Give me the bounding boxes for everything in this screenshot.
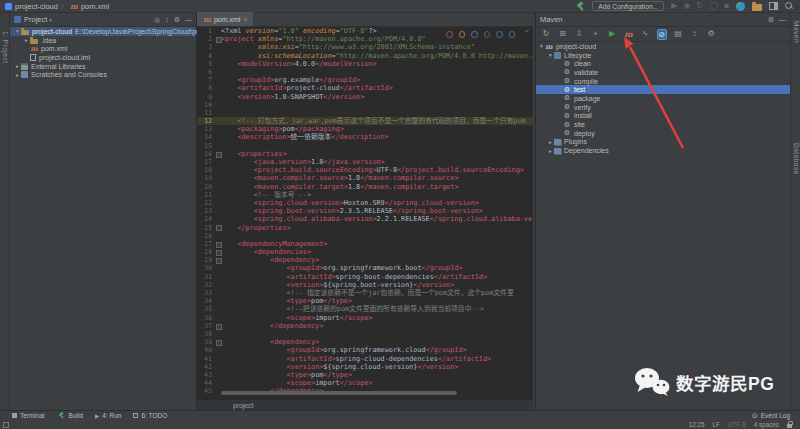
download-sources-icon[interactable]: ⇩ xyxy=(574,29,584,39)
maven-item-compile[interactable]: compile xyxy=(536,77,790,86)
code-line: 6 xyxy=(197,68,533,76)
toolwindow-button-project[interactable]: 1: Project xyxy=(2,31,9,63)
toggle-offline-icon[interactable]: ϟ xyxy=(640,29,650,39)
project-item-external-libraries[interactable]: ▸External Libraries xyxy=(10,62,196,71)
breadcrumb[interactable]: project-cloud 〉 m pom.xml xyxy=(0,2,109,11)
gear-icon[interactable]: ⚙ xyxy=(768,16,774,24)
left-toolwindow-stripe: 1: Project xyxy=(0,13,10,410)
project-item--idea[interactable]: ▸.idea xyxy=(10,36,196,45)
goal-icon xyxy=(563,94,571,102)
project-item-scratches-and-consoles[interactable]: ▸Scratches and Consoles xyxy=(10,70,196,79)
editor-tab-pom[interactable]: m pom.xml × xyxy=(197,12,253,26)
stop-disabled-icon[interactable]: ■ xyxy=(724,0,729,12)
window-layout-icon[interactable] xyxy=(769,2,778,10)
maven-item-deploy[interactable]: deploy xyxy=(536,129,790,138)
file-encoding[interactable]: UTF-8 xyxy=(728,421,746,428)
toolwindow-button-maven[interactable]: Maven xyxy=(793,21,800,43)
maven-item-package[interactable]: package xyxy=(536,94,790,103)
indent-setting[interactable]: 4 spaces xyxy=(754,421,779,428)
locate-file-icon[interactable]: ◎ xyxy=(154,16,160,24)
event-log-button[interactable]: ⊙ Event Log xyxy=(752,412,800,420)
add-configuration-button[interactable]: Add Configuration... xyxy=(592,1,664,11)
maven-root-icon xyxy=(545,42,553,50)
toolwindow-button-build[interactable]: Build xyxy=(57,411,83,420)
maven-item-clean[interactable]: clean xyxy=(536,59,790,68)
skip-tests-icon[interactable]: ⊘ xyxy=(657,29,667,40)
goal-icon xyxy=(563,112,571,120)
tree-arrow-icon[interactable]: ▸ xyxy=(23,37,30,43)
chevron-down-icon[interactable]: ▾ xyxy=(49,17,52,23)
breadcrumb-project[interactable]: project-cloud xyxy=(15,2,58,11)
project-item-pom-xml[interactable]: pom.xml xyxy=(10,44,196,53)
project-structure-icon[interactable] xyxy=(752,4,762,11)
editor-breadcrumb[interactable]: project xyxy=(197,399,533,410)
maven-item-test[interactable]: test xyxy=(536,85,790,94)
search-everywhere-icon[interactable] xyxy=(785,2,794,11)
tree-label: Scratches and Consoles xyxy=(31,71,107,78)
maven-item-lifecycle[interactable]: ▾Lifecycle xyxy=(536,51,790,60)
run-disabled-icon[interactable]: ▶ xyxy=(671,0,677,12)
collapse-all-icon[interactable]: ↕ xyxy=(165,16,169,24)
project-item-project-cloud[interactable]: ▾project-cloudE:\Develop\Java\Project\Sp… xyxy=(10,27,196,36)
profile-disabled-icon[interactable]: ◯ xyxy=(709,0,718,12)
hide-panel-icon[interactable]: — xyxy=(185,16,192,24)
maven-file-icon: m xyxy=(203,15,211,24)
tree-label: project-cloud.iml xyxy=(39,54,90,61)
hide-panel-icon[interactable]: — xyxy=(779,16,786,24)
breadcrumb-separator: 〉 xyxy=(61,2,67,11)
project-item-project-cloud-iml[interactable]: project-cloud.iml xyxy=(10,53,196,62)
debug-disabled-icon[interactable]: ◉ xyxy=(684,0,691,12)
caret-position[interactable]: 12:25 xyxy=(689,421,705,428)
code-line: 28 <dependencies> xyxy=(197,248,533,256)
goal-icon xyxy=(563,68,571,76)
tree-arrow-icon[interactable]: ▸ xyxy=(547,148,554,154)
maven-item-verify[interactable]: verify xyxy=(536,103,790,112)
code-line: 27 <dependencyManagement> xyxy=(197,240,533,248)
lock-icon[interactable] xyxy=(787,424,792,428)
execute-goal-icon[interactable]: + xyxy=(591,29,601,39)
tree-arrow-icon[interactable]: ▾ xyxy=(538,43,545,49)
toolwindow-button-database[interactable]: Database xyxy=(793,143,800,175)
gear-icon[interactable]: ⚙ xyxy=(174,16,180,24)
horizontal-scrollbar[interactable] xyxy=(221,391,457,395)
maven-item-install[interactable]: install xyxy=(536,112,790,121)
maven-settings-icon[interactable]: ⚙ xyxy=(706,29,716,39)
code-line: 15 xyxy=(197,142,533,150)
coverage-disabled-icon[interactable]: ↻ xyxy=(697,0,704,12)
editor-code[interactable]: 1<?xml version="1.0" encoding="UTF-8"?>2… xyxy=(197,27,533,399)
tree-arrow-icon[interactable]: ▸ xyxy=(14,72,21,78)
maven-item-site[interactable]: site xyxy=(536,120,790,129)
maven-item-validate[interactable]: validate xyxy=(536,68,790,77)
inspection-widget[interactable] xyxy=(446,31,515,38)
tree-arrow-icon[interactable]: ▾ xyxy=(547,52,554,58)
inspection-dot-icon xyxy=(446,31,453,38)
execute-maven-goal-icon[interactable]: m xyxy=(624,29,634,39)
close-tab-icon[interactable]: × xyxy=(243,16,247,23)
toolwindow-switcher-icon[interactable] xyxy=(3,422,9,428)
maven-item-plugins[interactable]: ▸Plugins xyxy=(536,138,790,147)
plugins-icon xyxy=(554,139,561,145)
run-maven-build-icon[interactable]: ▶ xyxy=(607,29,617,39)
build-hammer-icon[interactable] xyxy=(576,2,585,11)
maven-item-dependencies[interactable]: ▸Dependencies xyxy=(536,146,790,155)
line-separator[interactable]: LF xyxy=(713,421,720,428)
deps-icon xyxy=(554,148,561,154)
tree-arrow-icon[interactable]: ▸ xyxy=(14,63,21,69)
generate-sources-icon[interactable]: ⊞ xyxy=(558,29,568,39)
maven-profiles-icon[interactable]: ▤ xyxy=(673,29,683,39)
toolwindow-button-todo[interactable]: 6: TODO xyxy=(133,412,167,419)
reimport-maven-icon[interactable]: ↻ xyxy=(541,29,551,39)
project-panel-title[interactable]: Project xyxy=(24,15,47,24)
tree-label: deploy xyxy=(574,130,595,137)
breadcrumb-file[interactable]: pom.xml xyxy=(81,2,109,11)
expand-collapse-icon[interactable]: ↕ xyxy=(690,29,700,39)
code-line: 39 <dependency> xyxy=(197,338,533,346)
maven-item-project-cloud[interactable]: ▾project-cloud xyxy=(536,42,790,51)
tree-arrow-icon[interactable]: ▸ xyxy=(547,139,554,145)
toolwindow-button-run[interactable]: ▶ 4: Run xyxy=(95,412,121,419)
code-line: 7 <groupId>org.example</groupId> xyxy=(197,76,533,84)
tree-arrow-icon[interactable]: ▾ xyxy=(14,28,21,34)
ide-services-icon[interactable] xyxy=(736,2,745,11)
watermark-text: 数字游民PG xyxy=(676,370,774,395)
toolwindow-button-terminal[interactable]: Terminal xyxy=(12,412,45,419)
